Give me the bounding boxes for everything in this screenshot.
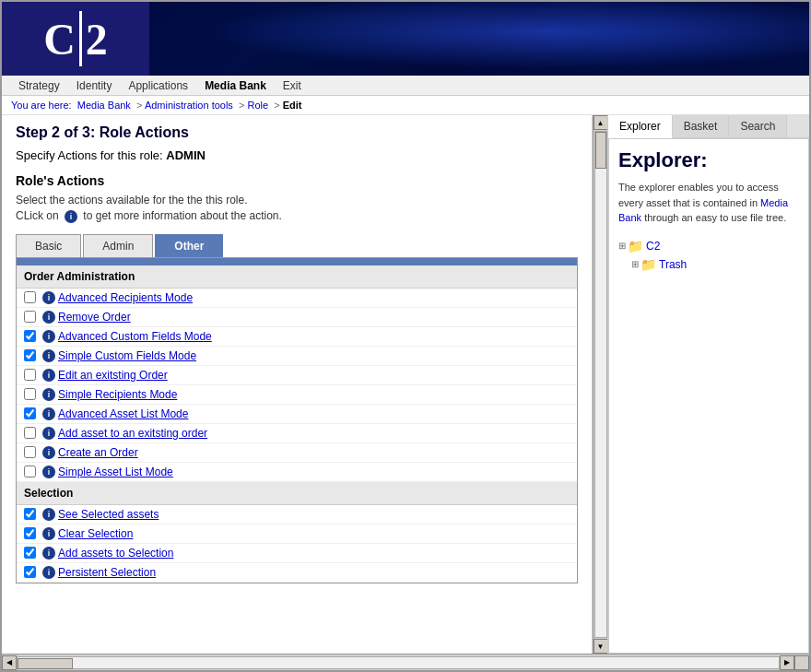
info-icon-simple-custom-fields[interactable]: i <box>42 349 55 362</box>
info-icon-add-asset-order[interactable]: i <box>42 427 55 440</box>
panel-tab-search[interactable]: Search <box>729 115 787 137</box>
link-persistent-selection[interactable]: Persistent Selection <box>58 566 156 579</box>
panel-tab-bar: Explorer Basket Search <box>608 115 809 138</box>
h-scroll-thumb[interactable] <box>18 658 73 669</box>
selection-header: Selection <box>17 482 577 505</box>
header: C 2 <box>2 2 809 76</box>
logo-divider <box>79 11 82 66</box>
info-icon-instruction: i <box>65 210 77 223</box>
action-row-advanced-recipients: i Advanced Recipients Mode <box>17 289 577 308</box>
logo-c: C <box>43 14 76 65</box>
tree-item-c2[interactable]: ⊞ 📁 C2 <box>618 237 799 255</box>
tree-link-trash[interactable]: Trash <box>659 258 687 271</box>
scroll-down-btn[interactable]: ▼ <box>594 639 608 654</box>
info-icon-persistent-selection[interactable]: i <box>42 566 55 579</box>
action-row-remove-order: i Remove Order <box>17 308 577 327</box>
scroll-thumb[interactable] <box>595 132 606 169</box>
folder-icon-trash: 📁 <box>641 257 656 272</box>
bottom-bar: ◀ ▶ <box>2 654 809 670</box>
info-icon-clear-selection[interactable]: i <box>42 527 55 540</box>
scroll-right-btn[interactable]: ▶ <box>780 655 794 670</box>
info-icon-see-selected[interactable]: i <box>42 508 55 521</box>
checkbox-adv-custom-fields[interactable] <box>24 330 36 342</box>
tree-expand-c2: ⊞ <box>618 241 626 251</box>
link-remove-order[interactable]: Remove Order <box>58 311 131 324</box>
checkbox-simple-asset-list[interactable] <box>24 466 36 477</box>
panel-tab-basket[interactable]: Basket <box>673 115 730 137</box>
info-icon-add-assets-selection[interactable]: i <box>42 547 55 560</box>
tab-admin[interactable]: Admin <box>83 234 153 257</box>
scroll-left-btn[interactable]: ◀ <box>2 655 17 670</box>
link-simple-custom-fields[interactable]: Simple Custom Fields Mode <box>58 349 196 362</box>
tree-link-c2[interactable]: C2 <box>646 240 660 253</box>
link-clear-selection[interactable]: Clear Selection <box>58 527 133 540</box>
breadcrumb-link-2[interactable]: Administration tools <box>145 100 233 111</box>
info-icon-edit-order[interactable]: i <box>42 369 55 382</box>
action-row-add-asset-order: i Add asset to an exitsting order <box>17 424 577 443</box>
tree-item-trash[interactable]: ⊞ 📁 Trash <box>631 255 799 274</box>
nav-mediabank[interactable]: Media Bank <box>197 77 274 94</box>
horizontal-scrollbar: ◀ ▶ <box>2 655 794 670</box>
breadcrumb-current: Edit <box>283 100 302 111</box>
h-scroll-track <box>17 656 780 669</box>
scroll-up-btn[interactable]: ▲ <box>594 115 608 130</box>
checkbox-create-order[interactable] <box>24 446 36 458</box>
tab-header-bar <box>17 258 577 265</box>
checkbox-edit-order[interactable] <box>24 369 36 381</box>
link-see-selected[interactable]: See Selected assets <box>58 508 159 521</box>
role-subtitle-prefix: Specify Actions for this role: <box>16 148 163 162</box>
checkbox-adv-asset-list[interactable] <box>24 407 36 419</box>
link-adv-asset-list[interactable]: Advanced Asset List Mode <box>58 407 188 420</box>
instruction2: CLick on i to get more information about… <box>16 209 578 223</box>
order-admin-header: Order Administration <box>17 265 577 289</box>
checkbox-add-assets-selection[interactable] <box>24 547 36 559</box>
explorer-description: The explorer enables you to access every… <box>618 180 799 226</box>
info-icon-advanced-recipients[interactable]: i <box>42 291 55 304</box>
action-row-simple-recipients: i Simple Recipients Mode <box>17 385 577 405</box>
checkbox-advanced-recipients[interactable] <box>24 291 36 303</box>
link-add-assets-selection[interactable]: Add assets to Selection <box>58 547 173 560</box>
link-create-order[interactable]: Create an Order <box>58 446 138 459</box>
info-icon-create-order[interactable]: i <box>42 446 55 459</box>
nav-identity[interactable]: Identity <box>69 77 120 94</box>
navigation: Strategy Identity Applications Media Ban… <box>2 76 809 96</box>
action-row-simple-asset-list: i Simple Asset List Mode <box>17 463 577 482</box>
checkbox-clear-selection[interactable] <box>24 527 36 539</box>
action-row-edit-order: i Edit an exitsting Order <box>17 366 577 385</box>
checkbox-see-selected[interactable] <box>24 508 36 520</box>
logo-area: C 2 <box>2 2 149 76</box>
role-subtitle: Specify Actions for this role: ADMIN <box>16 148 578 162</box>
tab-basic[interactable]: Basic <box>16 234 81 257</box>
checkbox-remove-order[interactable] <box>24 311 36 323</box>
right-panel-container: ▲ ▼ Explorer Basket Search Explorer: <box>592 115 809 654</box>
tab-other[interactable]: Other <box>155 234 223 257</box>
explorer-mediabank-link[interactable]: Media Bank <box>618 197 788 224</box>
link-simple-asset-list[interactable]: Simple Asset List Mode <box>58 466 173 478</box>
link-advanced-recipients[interactable]: Advanced Recipients Mode <box>58 291 193 304</box>
vertical-scrollbar[interactable]: ▲ ▼ <box>593 115 607 654</box>
link-simple-recipients[interactable]: Simple Recipients Mode <box>58 388 177 401</box>
checkbox-persistent-selection[interactable] <box>24 566 36 578</box>
breadcrumb-link-3[interactable]: Role <box>247 100 268 111</box>
tree-expand-trash: ⊞ <box>631 259 639 269</box>
nav-exit[interactable]: Exit <box>276 77 309 94</box>
info-icon-adv-asset-list[interactable]: i <box>42 407 55 420</box>
action-row-persistent-selection: i Persistent Selection <box>17 563 577 583</box>
checkbox-simple-recipients[interactable] <box>24 388 36 400</box>
link-add-asset-order[interactable]: Add asset to an exitsting order <box>58 427 207 440</box>
nav-applications[interactable]: Applications <box>121 77 195 94</box>
breadcrumb-link-1[interactable]: Media Bank <box>77 100 131 111</box>
info-icon-remove-order[interactable]: i <box>42 311 55 324</box>
nav-strategy[interactable]: Strategy <box>11 77 67 94</box>
info-icon-simple-recipients[interactable]: i <box>42 388 55 401</box>
link-adv-custom-fields[interactable]: Advanced Custom Fields Mode <box>58 330 212 343</box>
info-icon-simple-asset-list[interactable]: i <box>42 466 55 478</box>
panel-tab-explorer[interactable]: Explorer <box>608 115 673 138</box>
breadcrumb-prefix: You are here: <box>11 100 72 111</box>
breadcrumb: You are here: Media Bank > Administratio… <box>2 96 809 115</box>
info-icon-adv-custom-fields[interactable]: i <box>42 330 55 343</box>
checkbox-simple-custom-fields[interactable] <box>24 349 36 361</box>
main-window: C 2 Strategy Identity Applications Media… <box>0 0 811 672</box>
link-edit-order[interactable]: Edit an exitsting Order <box>58 369 168 382</box>
checkbox-add-asset-order[interactable] <box>24 427 36 439</box>
